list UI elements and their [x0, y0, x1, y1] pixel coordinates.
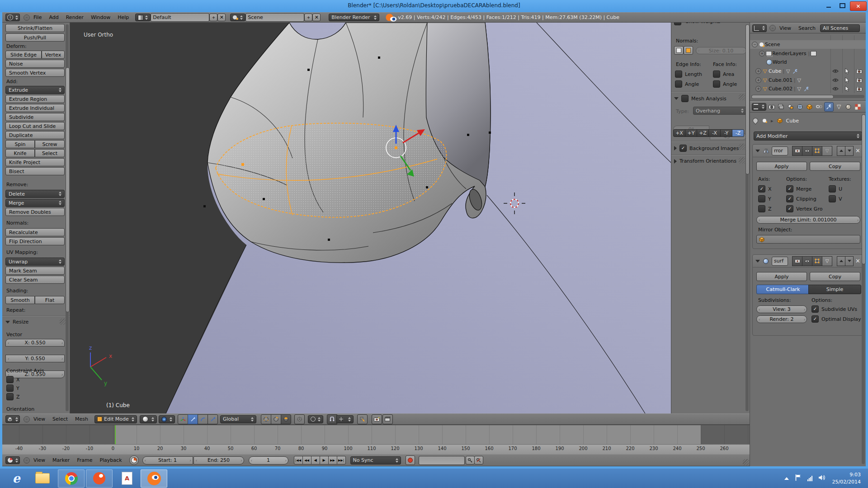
expand-icon[interactable]: + [755, 77, 761, 83]
view3d-menu-mesh[interactable]: Mesh [71, 414, 92, 424]
panel-grip[interactable] [739, 94, 745, 100]
collapse-menus-icon[interactable]: – [24, 457, 30, 464]
extrude-region-button[interactable]: Extrude Region [5, 95, 65, 103]
mirror-v-checkbox[interactable] [829, 195, 836, 202]
taskbar-word-processor[interactable]: A [117, 470, 137, 487]
show-weights-row-clipped[interactable]: Show Weights [674, 23, 746, 25]
menu-window[interactable]: Window [87, 13, 114, 22]
tool-shelf-scrollbar[interactable] [66, 24, 69, 411]
mirror-u-checkbox[interactable] [829, 185, 836, 192]
modifier-editmode-toggle[interactable] [812, 146, 822, 156]
snap-element-select[interactable] [336, 415, 354, 423]
snap-peel-button[interactable] [357, 414, 368, 424]
viewport-shading-select[interactable] [140, 415, 157, 423]
pin-icon[interactable] [752, 117, 760, 125]
add-modifier-select[interactable]: Add Modifier [754, 131, 862, 141]
knife-project-button[interactable]: Knife Project [5, 158, 65, 166]
axis-plus-x-button[interactable]: +X [673, 129, 685, 137]
modifier-panel-subsurf[interactable]: surf ▽ ✕ Apply Copy Catmull-Clark Simple… [752, 254, 863, 336]
remove-doubles-button[interactable]: Remove Doubles [5, 208, 65, 216]
cursor-select-icon[interactable] [844, 68, 851, 75]
outliner-menu-search[interactable]: Search [795, 23, 819, 33]
camera-render-icon[interactable] [855, 77, 863, 84]
axis-minus-y-button[interactable]: -Y [720, 129, 732, 137]
screen-layout-icon-button[interactable] [135, 14, 151, 21]
catmull-clark-toggle[interactable]: Catmull-Clark [756, 285, 810, 294]
spin-button[interactable]: Spin [5, 140, 35, 148]
editor-type-view3d[interactable] [5, 415, 20, 423]
play-button[interactable]: ▶ [320, 456, 329, 465]
mode-select[interactable]: Edit Mode [94, 415, 137, 423]
editor-type-info[interactable]: i [5, 14, 20, 21]
mirror-object-field[interactable] [756, 235, 860, 244]
push-pull-button[interactable]: Push/Pull [5, 33, 65, 42]
modifier-render-toggle[interactable] [792, 146, 802, 156]
edge-angle-checkbox[interactable] [675, 80, 682, 88]
scene-icon-button[interactable] [230, 14, 245, 21]
panel-grip[interactable] [60, 319, 66, 325]
proportional-editing-select[interactable] [308, 415, 323, 423]
tray-volume-icon[interactable] [819, 474, 826, 482]
tray-action-center-icon[interactable] [795, 474, 801, 482]
mirror-clipping-checkbox[interactable]: ✓ [786, 195, 793, 202]
mirror-x-checkbox[interactable]: ✓ [758, 185, 765, 192]
merge-menu[interactable]: Merge [5, 199, 65, 207]
background-images-checkbox[interactable]: ✓ [679, 145, 687, 152]
analysis-type-select[interactable]: Overhang [693, 107, 746, 115]
tray-network-icon[interactable] [807, 476, 812, 481]
mesh-analysis-header[interactable]: Mesh Analysis [674, 95, 726, 102]
modifier-viewport-toggle[interactable] [802, 256, 812, 266]
recalculate-button[interactable]: Recalculate [5, 228, 65, 236]
outliner-row-cube001[interactable]: + ▽ Cube.001 | ▽ [750, 76, 866, 84]
editor-type-timeline[interactable] [5, 456, 20, 464]
edge-select-mode-button[interactable] [271, 414, 281, 424]
subsurf-copy-button[interactable]: Copy [810, 272, 860, 281]
face-normals-toggle[interactable] [684, 46, 693, 55]
resize-panel-header[interactable]: Resize [5, 319, 28, 325]
camera-render-icon[interactable] [855, 85, 863, 93]
unwrap-menu[interactable]: Unwrap [5, 258, 65, 266]
add-layout-button[interactable]: ＋ [209, 14, 217, 21]
expand-icon[interactable]: + [755, 86, 761, 92]
menu-add[interactable]: Add [45, 13, 62, 22]
delete-scene-button[interactable]: ✕ [312, 14, 321, 21]
jump-to-start-button[interactable]: |◀◀ [294, 456, 303, 465]
opengl-render-button[interactable] [372, 414, 382, 424]
taskbar-blender[interactable] [141, 469, 167, 488]
tab-scene[interactable] [786, 103, 795, 111]
clock-date[interactable]: 25/02/2014 [832, 479, 861, 485]
tab-world[interactable] [796, 103, 804, 111]
subdivide-button[interactable]: Subdivide [5, 113, 65, 121]
modifier-move-up-button[interactable] [837, 146, 845, 156]
expand-icon[interactable]: + [759, 51, 765, 56]
properties-scrollbar-thumb[interactable] [862, 114, 866, 264]
axis-plus-y-button[interactable]: +Y [685, 129, 697, 137]
editor-type-outliner[interactable] [752, 24, 767, 32]
modifier-move-up-button[interactable] [837, 256, 845, 266]
simple-toggle[interactable]: Simple [808, 285, 861, 294]
transform-orientation-select[interactable]: Global [220, 415, 256, 423]
vertex-normals-toggle[interactable] [674, 46, 684, 55]
use-preview-range-toggle[interactable] [129, 455, 139, 465]
sync-mode-select[interactable]: No Sync [350, 456, 401, 465]
previous-keyframe-button[interactable]: ◀◀ [302, 456, 311, 465]
outliner-row-scene[interactable]: − Scene [750, 40, 866, 49]
screw-button[interactable]: Screw [35, 140, 65, 148]
properties-scrollbar[interactable] [862, 114, 865, 464]
panel-expand-icon[interactable] [755, 150, 760, 152]
modifier-cage-toggle[interactable]: ▽ [822, 256, 832, 266]
pivot-point-select[interactable] [159, 415, 175, 423]
tab-constraints[interactable] [815, 103, 823, 111]
outliner-menu-view[interactable]: View [776, 23, 795, 33]
mirror-merge-checkbox[interactable]: ✓ [786, 185, 793, 192]
keying-set-field[interactable] [419, 456, 465, 465]
tab-render-layers[interactable] [777, 103, 785, 111]
mirror-vertex-groups-checkbox[interactable]: ✓ [786, 205, 793, 212]
constraint-x-checkbox[interactable] [6, 376, 14, 383]
outliner-row-world[interactable]: World [750, 58, 866, 66]
tab-render[interactable] [767, 103, 776, 111]
subsurf-view-field[interactable]: ‹View: 3› [756, 305, 807, 313]
limit-selection-visible-button[interactable] [294, 414, 305, 424]
outliner-filter-select[interactable]: All Scenes [820, 24, 860, 32]
snap-toggle[interactable] [327, 414, 337, 424]
